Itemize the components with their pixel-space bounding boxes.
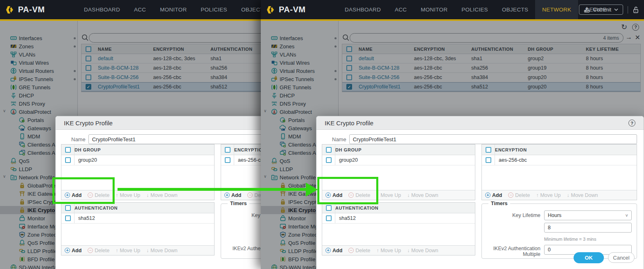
arrow-up-icon: ↑: [536, 192, 538, 198]
timers-legend: Timers: [228, 201, 249, 206]
move-up-button: ↑Move Up: [536, 192, 560, 198]
encryption-select-all-checkbox[interactable]: [486, 147, 491, 153]
panel-row-value: aes-256-cbc: [495, 157, 527, 163]
arrow-down-icon: ↓: [567, 192, 569, 198]
move-up-button: ↑Move Up: [115, 192, 140, 198]
delete-button: −Delete: [508, 192, 530, 198]
move-down-button: ↓Move Down: [146, 192, 177, 198]
app-window-left: PA-VM DASHBOARDACCMONITORPOLICIESOBJECTS…: [0, 0, 261, 269]
nav-item-dashboard[interactable]: DASHBOARD: [77, 0, 127, 19]
row-checkbox[interactable]: [326, 215, 332, 221]
minimum-lifetime-note: Minimum lifetime = 3 mins: [544, 237, 596, 242]
arrow-down-icon: ↓: [407, 248, 409, 253]
panel-row-value: group20: [335, 157, 358, 163]
panel-row-group20[interactable]: group20: [61, 155, 214, 165]
encryption-panel: ENCRYPTION aes-256-cbc +Add−Delete↑Move …: [221, 144, 261, 200]
nav-item-acc[interactable]: ACC: [388, 0, 414, 19]
nav-item-policies[interactable]: POLICIES: [194, 0, 234, 19]
top-nav: PA-VM DASHBOARDACCMONITORPOLICIESOBJECTS…: [0, 0, 261, 19]
authentication-select-all-checkbox[interactable]: [326, 205, 332, 211]
nav-item-objects[interactable]: OBJECTS: [495, 0, 535, 19]
nav-item-network[interactable]: NETWORK: [535, 0, 578, 19]
row-checkbox[interactable]: [326, 157, 332, 163]
key-lifetime-unit-select[interactable]: Hours ˅: [544, 210, 632, 220]
arrow-up-icon: ↑: [376, 248, 379, 253]
timers-legend: Timers: [488, 201, 510, 206]
ok-button[interactable]: OK: [574, 252, 604, 263]
key-lifetime-value-field[interactable]: [544, 223, 632, 233]
chevron-down-icon: ˅: [626, 213, 628, 218]
ike-crypto-profile-dialog: IKE Crypto Profile ? Name DH GROUP group…: [316, 116, 644, 269]
panel-row-value: group20: [75, 157, 97, 163]
name-label: Name: [332, 136, 346, 142]
commit-icon: [584, 7, 590, 13]
arrow-up-icon: ↑: [376, 192, 379, 198]
panel-row-aes-256-cbc[interactable]: aes-256-cbc: [221, 155, 261, 165]
add-button[interactable]: +Add: [325, 248, 342, 253]
arrow-down-icon: ↓: [146, 248, 149, 253]
dh-group-panel: DH GROUP group20 +Add−Delete↑Move Up↓Mov…: [61, 144, 215, 200]
dh-group-select-all-checkbox[interactable]: [65, 147, 71, 153]
encryption-select-all-checkbox[interactable]: [225, 147, 230, 153]
plus-circle-icon: +: [485, 192, 490, 198]
move-up-button: ↑Move Up: [376, 248, 401, 253]
row-checkbox[interactable]: [65, 157, 71, 163]
row-checkbox[interactable]: [65, 215, 71, 221]
panel-row-sha512[interactable]: sha512: [322, 213, 475, 224]
delete-button: −Delete: [247, 192, 261, 198]
add-button[interactable]: +Add: [325, 192, 342, 198]
minus-circle-icon: −: [88, 192, 93, 198]
minus-circle-icon: −: [247, 192, 253, 198]
plus-circle-icon: +: [325, 248, 331, 253]
encryption-panel-title: ENCRYPTION: [495, 147, 527, 152]
row-checkbox[interactable]: [486, 157, 491, 163]
nav-item-objects[interactable]: OBJECTS: [234, 0, 261, 19]
encryption-panel: ENCRYPTION aes-256-cbc +Add−Delete↑Move …: [481, 144, 637, 200]
commit-button[interactable]: Commit: [579, 5, 623, 15]
add-button[interactable]: +Add: [224, 192, 241, 198]
app-window-right: PA-VM DASHBOARDACCMONITORPOLICIESOBJECTS…: [261, 0, 644, 269]
key-lifetime-label: Key Lifetime: [226, 210, 261, 220]
dh-group-panel-title: DH GROUP: [75, 147, 101, 152]
delete-button: −Delete: [88, 192, 109, 198]
plus-circle-icon: +: [224, 192, 230, 198]
nav-item-policies[interactable]: POLICIES: [454, 0, 495, 19]
row-checkbox[interactable]: [225, 157, 230, 163]
arrow-down-icon: ↓: [146, 192, 149, 198]
nav-item-dashboard[interactable]: DASHBOARD: [338, 0, 388, 19]
authentication-select-all-checkbox[interactable]: [65, 205, 71, 211]
arrow-up-icon: ↑: [115, 248, 118, 253]
timers-section: Timers Key Lifetime Hours ˅: [481, 201, 637, 259]
delete-button: −Delete: [348, 192, 370, 198]
add-button[interactable]: +Add: [485, 192, 502, 198]
panel-row-aes-256-cbc[interactable]: aes-256-cbc: [482, 155, 637, 165]
encryption-panel-title: ENCRYPTION: [234, 147, 261, 152]
panel-row-sha512[interactable]: sha512: [61, 213, 214, 224]
brand-name: PA-VM: [18, 5, 45, 14]
minus-circle-icon: −: [348, 192, 354, 198]
unlock-icon[interactable]: [633, 6, 639, 14]
name-field[interactable]: [349, 134, 637, 144]
plus-circle-icon: +: [65, 192, 70, 198]
dh-group-select-all-checkbox[interactable]: [326, 147, 332, 153]
authentication-panel-title: AUTHENTICATION: [335, 206, 378, 210]
ike-crypto-profile-dialog: IKE Crypto Profile ? Name DH GROUP group…: [55, 116, 261, 269]
plus-circle-icon: +: [65, 248, 70, 253]
panel-row-group20[interactable]: group20: [322, 155, 475, 165]
nav-item-monitor[interactable]: MONITOR: [153, 0, 194, 19]
nav-separator: [628, 6, 628, 14]
name-field[interactable]: [88, 134, 261, 144]
annotation-arrow-head: [306, 183, 318, 197]
dialog-title: IKE Crypto Profile: [316, 116, 644, 130]
add-button[interactable]: +Add: [65, 192, 81, 198]
annotation-arrow-line: [118, 188, 306, 191]
nav-item-acc[interactable]: ACC: [127, 0, 153, 19]
dialog-help-icon[interactable]: ?: [628, 120, 635, 127]
minus-circle-icon: −: [508, 192, 513, 198]
nav-item-monitor[interactable]: MONITOR: [414, 0, 455, 19]
cancel-button[interactable]: Cancel: [608, 252, 635, 263]
move-down-button: ↓Move Down: [407, 192, 438, 198]
add-button[interactable]: +Add: [65, 248, 81, 253]
dh-group-panel: DH GROUP group20 +Add−Delete↑Move Up↓Mov…: [322, 144, 475, 200]
minus-circle-icon: −: [348, 248, 354, 253]
